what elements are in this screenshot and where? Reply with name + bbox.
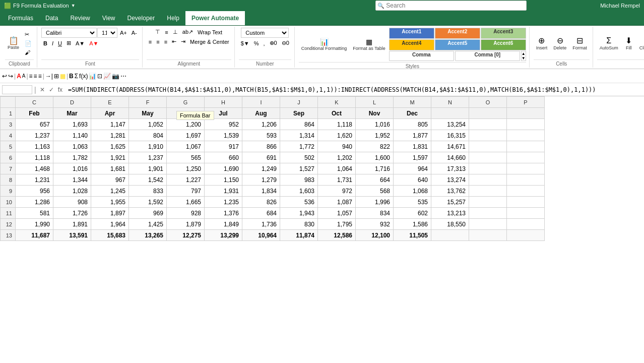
cell-12-2[interactable]: 1,964	[91, 219, 129, 230]
format-painter-button[interactable]: 🖌	[23, 48, 34, 56]
col-header-c[interactable]: C	[16, 97, 53, 108]
cell-10-0[interactable]: 1,286	[16, 197, 53, 208]
tab-data[interactable]: Data	[39, 11, 64, 25]
cell-12-4[interactable]: 1,879	[167, 219, 205, 230]
cell-4-1[interactable]: 1,140	[53, 130, 91, 141]
cell-5-11[interactable]: 14,671	[431, 141, 469, 152]
row-header-13[interactable]: 13	[1, 230, 16, 241]
cell-10-4[interactable]: 1,665	[167, 197, 205, 208]
cell-3-13[interactable]	[507, 119, 545, 130]
format-as-table-btn[interactable]: ▦ Format as Table	[350, 36, 388, 52]
name-box[interactable]	[2, 85, 32, 94]
cell-8-4[interactable]: 1,227	[167, 174, 205, 186]
cell-11-13[interactable]	[507, 208, 545, 219]
cell-6-9[interactable]: 1,600	[356, 152, 394, 163]
header-n1[interactable]	[431, 108, 469, 119]
cut-button[interactable]: ✂	[23, 30, 34, 39]
align-center-quick-btn[interactable]: ≡	[34, 73, 37, 80]
cell-8-6[interactable]: 1,279	[242, 174, 280, 186]
cell-10-1[interactable]: 908	[53, 197, 91, 208]
cell-12-13[interactable]	[507, 219, 545, 230]
font-size-select[interactable]: 11	[97, 28, 117, 38]
cell-3-3[interactable]: 1,052	[129, 119, 167, 130]
cell-7-10[interactable]: 964	[394, 163, 431, 174]
cell-6-2[interactable]: 1,921	[91, 152, 129, 163]
insert-function-btn[interactable]: fx	[56, 86, 64, 94]
cell-6-13[interactable]	[507, 152, 545, 163]
cell-6-4[interactable]: 565	[167, 152, 205, 163]
fill-button[interactable]: ⬇ Fill	[622, 34, 636, 52]
cell-13-0[interactable]: 11,687	[16, 230, 53, 241]
cell-12-12[interactable]	[469, 219, 507, 230]
row-header-1[interactable]: 1	[1, 108, 16, 119]
decrease-decimal-btn[interactable]: ⊖0	[280, 39, 291, 47]
cell-9-1[interactable]: 1,028	[53, 186, 91, 197]
cell-3-10[interactable]: 805	[394, 119, 431, 130]
text-color-btn[interactable]: A	[17, 73, 21, 80]
cell-5-4[interactable]: 1,067	[167, 141, 205, 152]
accent3-btn[interactable]: Accent3	[481, 28, 526, 39]
cell-9-5[interactable]: 1,931	[205, 186, 242, 197]
cell-5-1[interactable]: 1,063	[53, 141, 91, 152]
center-align-btn[interactable]: ≡	[154, 38, 161, 46]
cell-9-12[interactable]	[469, 186, 507, 197]
cell-11-2[interactable]: 1,897	[91, 208, 129, 219]
month-header-oct[interactable]: Oct	[318, 108, 356, 119]
cell-7-5[interactable]: 1,690	[205, 163, 242, 174]
cell-4-12[interactable]	[469, 130, 507, 141]
cell-13-10[interactable]: 11,505	[394, 230, 431, 241]
cell-10-10[interactable]: 535	[394, 197, 431, 208]
cell-7-7[interactable]: 1,527	[280, 163, 318, 174]
col-header-i[interactable]: I	[242, 97, 280, 108]
cell-8-0[interactable]: 1,231	[16, 174, 53, 186]
cell-12-7[interactable]: 830	[280, 219, 318, 230]
cell-4-11[interactable]: 16,315	[431, 130, 469, 141]
accent1-btn[interactable]: Accent1	[389, 28, 434, 39]
cell-12-8[interactable]: 1,795	[318, 219, 356, 230]
cell-10-5[interactable]: 1,235	[205, 197, 242, 208]
cell-5-13[interactable]	[507, 141, 545, 152]
row-header-7[interactable]: 7	[1, 163, 16, 174]
cell-7-0[interactable]: 1,468	[16, 163, 53, 174]
month-header-mar[interactable]: Mar	[53, 108, 91, 119]
month-header-feb[interactable]: Feb	[16, 108, 53, 119]
cell-12-0[interactable]: 1,990	[16, 219, 53, 230]
copy-button[interactable]: 📄	[23, 39, 34, 48]
cell-12-9[interactable]: 932	[356, 219, 394, 230]
cell-6-6[interactable]: 691	[242, 152, 280, 163]
cell-3-2[interactable]: 1,147	[91, 119, 129, 130]
redo-btn[interactable]: ↪	[8, 73, 13, 80]
col-header-h[interactable]: H	[205, 97, 242, 108]
cell-6-5[interactable]: 660	[205, 152, 242, 163]
month-header-aug[interactable]: Aug	[242, 108, 280, 119]
cell-5-9[interactable]: 822	[356, 141, 394, 152]
cell-11-8[interactable]: 1,057	[318, 208, 356, 219]
tab-review[interactable]: Review	[64, 11, 96, 25]
accent2-btn[interactable]: Accent2	[435, 28, 480, 39]
col-header-g[interactable]: G	[167, 97, 205, 108]
cell-9-4[interactable]: 797	[167, 186, 205, 197]
col-header-e[interactable]: E	[91, 97, 129, 108]
cell-9-13[interactable]	[507, 186, 545, 197]
screenshot-quick-btn[interactable]: 📷	[112, 73, 119, 80]
cell-13-4[interactable]: 12,275	[167, 230, 205, 241]
col-header-o[interactable]: O	[469, 97, 507, 108]
spreadsheet-container[interactable]: C D E F G H I J K L M N O P 1 Feb Mar Ap…	[0, 96, 644, 363]
cell-10-9[interactable]: 1,996	[356, 197, 394, 208]
row-header-12[interactable]: 12	[1, 219, 16, 230]
insert-button[interactable]: ⊕ Insert	[534, 34, 550, 52]
cell-8-12[interactable]	[469, 174, 507, 186]
decrease-font-btn[interactable]: A-	[130, 29, 139, 37]
cell-13-5[interactable]: 13,299	[205, 230, 242, 241]
row-header-3[interactable]: 3	[1, 119, 16, 130]
cell-5-2[interactable]: 1,625	[91, 141, 129, 152]
cell-6-3[interactable]: 1,237	[129, 152, 167, 163]
cell-5-6[interactable]: 866	[242, 141, 280, 152]
cell-11-11[interactable]: 13,213	[431, 208, 469, 219]
cell-12-10[interactable]: 1,586	[394, 219, 431, 230]
cell-4-3[interactable]: 804	[129, 130, 167, 141]
header-p1[interactable]	[507, 108, 545, 119]
cell-13-12[interactable]	[469, 230, 507, 241]
comma-style-cell-btn[interactable]: Comma	[389, 51, 454, 61]
comma0-style-btn[interactable]: Comma [0]	[455, 51, 520, 61]
